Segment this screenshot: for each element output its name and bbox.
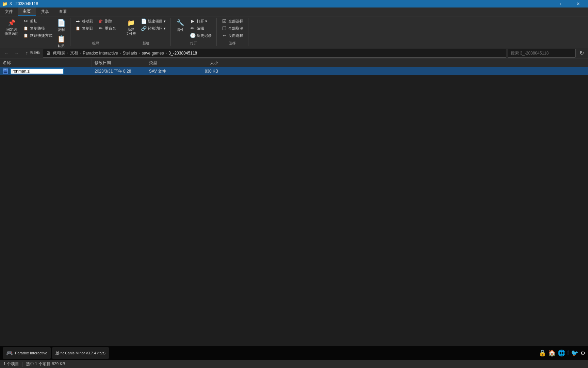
tab-view[interactable]: 查看 (54, 7, 72, 16)
cut-label: 剪切 (30, 19, 37, 24)
tab-share[interactable]: 共享 (36, 7, 54, 16)
paste-shortcut-icon: 📋 (23, 33, 29, 38)
taskbar-paradox[interactable]: 🎮 Paradox Interactive (3, 347, 51, 359)
file-list[interactable]: 名称 修改日期 类型 大小 (0, 59, 588, 360)
new-item-button[interactable]: 📄 新建项目 ▾ (139, 18, 168, 25)
title-bar-title: 3_-2038045118 (10, 1, 38, 6)
rename-label: 重命名 (105, 26, 116, 31)
file-type-cell: SAV 文件 (146, 67, 187, 75)
invert-selection-button[interactable]: ↔ 反向选择 (219, 32, 245, 39)
history-button[interactable]: 🕐 历史记录 (188, 32, 214, 39)
status-sep1: │ (21, 362, 24, 367)
select-none-button[interactable]: ☐ 全部取消 (219, 25, 245, 32)
back-button[interactable]: ← (2, 49, 11, 58)
taskbar-game-version[interactable]: 版本: Canis Minor v3.7.4 (tc/z) (52, 347, 109, 359)
sep5: › (165, 51, 167, 55)
new-folder-label: 新建文件夹 (126, 28, 136, 36)
copy-path-button[interactable]: 📋 复制路径 (21, 25, 54, 32)
new-col: 📄 新建项目 ▾ 🔗 轻松访问 ▾ (139, 18, 168, 32)
file-area: 名称 修改日期 类型 大小 (0, 59, 588, 360)
ribbon-tabs: 文件 主页 共享 查看 (0, 7, 588, 16)
col-header-extra (221, 59, 588, 67)
rename-button[interactable]: ✏ 重命名 (96, 25, 118, 32)
file-date-cell: 2023/3/31 下午 8:28 (92, 67, 146, 75)
select-all-icon: ☑ (222, 18, 227, 24)
brand-icon: ⚙ (581, 350, 585, 356)
pin-to-quick-access-button[interactable]: 📌 固定到快速访问 (3, 18, 20, 37)
open-button[interactable]: ▶ 打开 ▾ (188, 18, 214, 25)
clipboard-col1: ✂ 剪切 📋 复制路径 📋 粘贴快捷方式 (21, 18, 54, 39)
new-folder-button[interactable]: 📁 新建文件夹 (124, 18, 138, 37)
edit-button[interactable]: ✏ 编辑 (188, 25, 214, 32)
breadcrumb-savegames[interactable]: save games (141, 50, 165, 56)
select-none-label: 全部取消 (228, 26, 243, 31)
select-all-button[interactable]: ☑ 全部选择 (219, 18, 245, 25)
col-header-date[interactable]: 修改日期 (92, 59, 146, 67)
open-col: ▶ 打开 ▾ ✏ 编辑 🕐 历史记录 (188, 18, 214, 39)
file-name-cell (0, 67, 92, 75)
rename-input[interactable] (10, 68, 64, 74)
breadcrumb-stellaris[interactable]: Stellaris (121, 50, 138, 56)
properties-button[interactable]: 🔧 属性 (174, 18, 187, 33)
invert-label: 反向选择 (228, 33, 243, 38)
organize-items: ➡ 移动到 📋 复制到 🗑 删除 ✏ 重命名 (73, 18, 118, 40)
file-icon (3, 68, 8, 74)
breadcrumb-documents[interactable]: 文档 (69, 50, 79, 56)
search-input[interactable] (508, 49, 576, 58)
invert-icon: ↔ (222, 33, 227, 38)
browser-icon: 🌐 (558, 349, 565, 357)
pin-icon: 📌 (7, 19, 16, 27)
items-count: 1 个项目 (3, 361, 19, 367)
paste-label: 粘贴 (58, 44, 65, 48)
delete-icon: 🗑 (98, 18, 103, 24)
copy-to-label: 复制到 (82, 26, 93, 31)
breadcrumb-thispc[interactable]: 此电脑 (52, 50, 66, 56)
col-header-type[interactable]: 类型 (146, 59, 187, 67)
cut-button[interactable]: ✂ 剪切 (21, 18, 54, 25)
move-icon: ➡ (75, 18, 81, 24)
tab-file[interactable]: 文件 (0, 7, 18, 16)
tab-home[interactable]: 主页 (18, 7, 36, 16)
delete-button[interactable]: 🗑 删除 (96, 18, 118, 25)
column-header: 名称 修改日期 类型 大小 (0, 59, 588, 67)
breadcrumb-bar[interactable]: 🖥 此电脑 › 文档 › Paradox Interactive › Stell… (43, 49, 506, 58)
select-none-icon: ☐ (222, 26, 227, 31)
copy-to-icon: 📋 (75, 26, 81, 31)
pin-label: 固定到快速访问 (5, 28, 18, 36)
group-select: ☑ 全部选择 ☐ 全部取消 ↔ 反向选择 选择 (217, 18, 248, 46)
copy-to-button[interactable]: 📋 复制到 (73, 25, 95, 32)
history-label: 历史记录 (197, 33, 212, 38)
close-button[interactable]: ✕ (570, 0, 586, 7)
col-header-name[interactable]: 名称 (0, 59, 92, 67)
facebook-icon: f (567, 350, 569, 357)
history-icon: 🕐 (190, 33, 195, 38)
sep3: › (120, 51, 121, 55)
organize-group-label: 组织 (92, 40, 99, 46)
easy-access-button[interactable]: 🔗 轻松访问 ▾ (139, 25, 168, 32)
col-header-size[interactable]: 大小 (187, 59, 221, 67)
group-clipboard: 📌 固定到快速访问 ✂ 剪切 📋 复制路径 📋 粘贴快捷方式 (0, 18, 70, 46)
copy-button[interactable]: 📄 复制 (55, 18, 67, 33)
sep2: › (80, 51, 81, 55)
clipboard-items: 📌 固定到快速访问 ✂ 剪切 📋 复制路径 📋 粘贴快捷方式 (3, 18, 67, 49)
open-label: 打开 ▾ (197, 19, 207, 24)
status-bar: 1 个项目 │ 选中 1 个项目 829 KB (0, 360, 588, 368)
lock-icon: 🔒 (539, 349, 546, 357)
breadcrumb-paradox[interactable]: Paradox Interactive (82, 50, 119, 56)
maximize-button[interactable]: □ (554, 0, 570, 7)
paste-button[interactable]: 📋 粘贴 (55, 34, 67, 49)
properties-icon: 🔧 (176, 19, 184, 27)
sep4: › (139, 51, 140, 55)
organize-col2: 🗑 删除 ✏ 重命名 (96, 18, 118, 32)
paste-shortcut-button[interactable]: 📋 粘贴快捷方式 (21, 32, 54, 39)
breadcrumb-current[interactable]: 3_-2038045118 (167, 50, 198, 56)
table-row[interactable]: 2023/3/31 下午 8:28 SAV 文件 830 KB (0, 67, 588, 75)
taskbar: 🎮 Paradox Interactive 版本: Canis Minor v3… (0, 346, 588, 360)
select-group-label: 选择 (229, 40, 236, 46)
move-to-button[interactable]: ➡ 移动到 (73, 18, 95, 25)
minimize-button[interactable]: ─ (538, 0, 553, 7)
refresh-button[interactable]: ↻ (577, 49, 586, 58)
forward-button[interactable]: → (12, 49, 21, 58)
twitter-icon: 🐦 (571, 349, 578, 357)
ribbon-content: 📌 固定到快速访问 ✂ 剪切 📋 复制路径 📋 粘贴快捷方式 (0, 16, 588, 47)
